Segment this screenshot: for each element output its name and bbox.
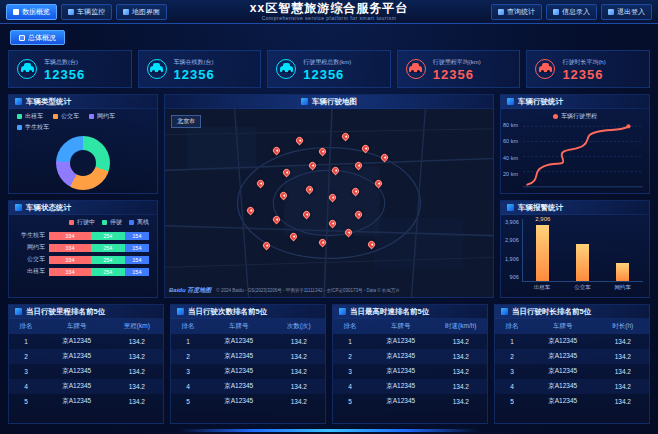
table-cell: 京A12345 [43, 379, 111, 394]
table-row: 2京A12345134.2 [495, 349, 649, 364]
table-cell: 京A12345 [529, 379, 597, 394]
top-header: 数据概览车辆监控地图界面 xx区智慧旅游综合服务平台 Comprehensive… [0, 0, 658, 24]
alarm-bar: 2,906 [536, 225, 549, 281]
column-header: 车牌号 [529, 319, 597, 334]
kpi-info: 车辆总数(台)12356 [44, 58, 85, 81]
table-row: 2京A12345134.2 [9, 349, 163, 364]
status-bar-segment: 334 [49, 244, 91, 252]
table-cell: 134.2 [597, 379, 649, 394]
legend-swatch-icon [53, 114, 58, 119]
car-glyph-icon [21, 66, 34, 72]
table-row: 3京A12345134.2 [171, 364, 325, 379]
legend-item[interactable]: 公交车 [53, 112, 79, 121]
kpi-value: 12356 [562, 68, 605, 81]
table-row: 5京A12345134.2 [495, 394, 649, 409]
kpi-value: 12356 [44, 68, 85, 81]
table-row: 2京A12345134.2 [171, 349, 325, 364]
panel-title-icon [339, 308, 346, 315]
table-row: 3京A12345134.2 [333, 364, 487, 379]
table-cell: 134.2 [111, 394, 163, 409]
baidu-logo[interactable]: Baidu 百度地图 [169, 286, 211, 295]
table-header-row: 排名车牌号里程(km) [9, 319, 163, 334]
table-cell: 京A12345 [367, 379, 435, 394]
car-glyph-icon [409, 66, 422, 72]
legend-swatch-icon [89, 114, 94, 119]
legend-item[interactable]: 网约车 [89, 112, 115, 121]
legend-label: 离线 [137, 218, 149, 227]
table-cell: 134.2 [597, 334, 649, 349]
legend-item[interactable]: 出租车 [17, 112, 43, 121]
rank-table: 排名车牌号里程(km)1京A12345134.22京A12345134.23京A… [9, 319, 163, 409]
table-cell: 1 [171, 334, 205, 349]
legend-item[interactable]: 离线 [129, 218, 149, 227]
column-header: 排名 [495, 319, 529, 334]
rank-table-panel: 当日最高时速排名前5位排名车牌号时速(km/h)1京A12345134.22京A… [332, 304, 488, 424]
status-stacked-bar: 334254154 [49, 268, 149, 276]
line-legend[interactable]: 车辆行驶里程 [501, 112, 649, 121]
map-city-label[interactable]: 北京市 [171, 115, 201, 128]
table-cell: 134.2 [111, 379, 163, 394]
table-cell: 京A12345 [367, 334, 435, 349]
legend-item[interactable]: 停驶 [102, 218, 122, 227]
panel-title-text: 车辆报警统计 [518, 203, 563, 213]
status-category-label: 公交车 [15, 255, 45, 264]
table-cell: 134.2 [597, 394, 649, 409]
table-cell: 京A12345 [367, 349, 435, 364]
table-cell: 134.2 [111, 334, 163, 349]
rank-table: 排名车牌号时速(km/h)1京A12345134.22京A12345134.23… [333, 319, 487, 409]
nav-button[interactable]: 退出登入 [601, 4, 652, 20]
panel-title: 车辆类型统计 [9, 95, 157, 109]
status-stacked-bar: 334254154 [49, 256, 149, 264]
kpi-info: 车辆在线数(台)12356 [174, 58, 215, 81]
panel-title-icon [507, 98, 514, 105]
kpi-card: 车辆总数(台)12356 [8, 50, 132, 88]
nav-button[interactable]: 车辆监控 [61, 4, 112, 20]
nav-button[interactable]: 数据概览 [6, 4, 57, 20]
column-header: 车牌号 [367, 319, 435, 334]
table-cell: 京A12345 [43, 334, 111, 349]
table-header-row: 排名车牌号次数(次) [171, 319, 325, 334]
table-row: 2京A12345134.2 [333, 349, 487, 364]
panel-title-text: 当日行驶时长排名前5位 [512, 307, 591, 317]
legend-label: 网约车 [97, 112, 115, 121]
column-header: 车牌号 [205, 319, 273, 334]
table-cell: 京A12345 [43, 364, 111, 379]
status-bar-segment: 154 [125, 268, 149, 276]
panel-title: 车辆行驶地图 [165, 95, 493, 109]
x-axis-label: 出租车 [534, 284, 551, 293]
table-cell: 4 [495, 379, 529, 394]
table-cell: 3 [333, 364, 367, 379]
line-chart-body: 80 km60 km40 km20 km [503, 122, 645, 189]
status-row: 学生校车334254154 [9, 228, 157, 240]
kpi-card: 行驶里程平均(km)12356 [397, 50, 521, 88]
status-legend: 行驶中停驶离线 [9, 215, 157, 228]
nav-button-icon [13, 9, 19, 15]
nav-button[interactable]: 查询统计 [491, 4, 542, 20]
nav-button[interactable]: 地图界面 [116, 4, 167, 20]
kpi-row: 车辆总数(台)12356车辆在线数(台)12356行驶里程总数(km)12356… [8, 50, 650, 88]
status-bar-segment: 334 [49, 232, 91, 240]
tab-overview[interactable]: 总体概况 [10, 30, 65, 45]
table-cell: 京A12345 [43, 394, 111, 409]
legend-dot-icon [553, 114, 558, 119]
line-y-axis: 80 km60 km40 km20 km [503, 122, 521, 189]
table-cell: 京A12345 [529, 394, 597, 409]
kpi-info: 行驶里程平均(km)12356 [433, 58, 481, 81]
map-canvas[interactable]: 北京市 Baidu 百度地图 © 2024 Baidu - GS(2023)32… [165, 109, 493, 297]
table-row: 5京A12345134.2 [171, 394, 325, 409]
nav-button[interactable]: 信息录入 [546, 4, 597, 20]
table-cell: 4 [333, 379, 367, 394]
table-cell: 2 [9, 349, 43, 364]
status-category-label: 学生校车 [15, 231, 45, 240]
legend-item[interactable]: 行驶中 [69, 218, 95, 227]
status-bar-segment: 254 [91, 232, 125, 240]
table-cell: 京A12345 [367, 364, 435, 379]
tab-overview-label: 总体概况 [28, 33, 56, 43]
kpi-value: 12356 [174, 68, 215, 81]
legend-item[interactable]: 学生校车 [17, 123, 49, 132]
table-cell: 134.2 [435, 334, 487, 349]
legend-swatch-icon [17, 114, 22, 119]
nav-right: 查询统计信息录入退出登入 [452, 4, 652, 20]
y-axis-label: 906 [505, 274, 519, 280]
nav-button-label: 地图界面 [132, 7, 160, 17]
